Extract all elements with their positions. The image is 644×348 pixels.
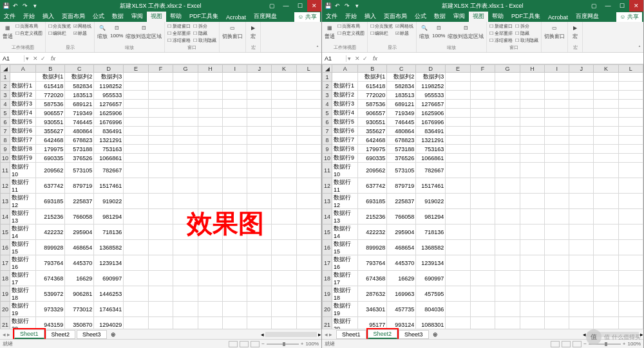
cell[interactable]	[247, 224, 272, 240]
cell[interactable]	[173, 302, 198, 317]
cell[interactable]	[198, 317, 223, 329]
cell[interactable]	[173, 255, 198, 271]
cell[interactable]	[124, 255, 148, 271]
cell[interactable]: 746445	[387, 118, 416, 127]
cell[interactable]	[594, 194, 618, 209]
cell[interactable]: 215236	[36, 209, 65, 224]
cell[interactable]: 数据行6	[10, 127, 36, 136]
zoom-button[interactable]: 🔍缩放	[419, 23, 430, 40]
row-header[interactable]: 12	[323, 178, 332, 194]
tab-公式[interactable]: 公式	[411, 11, 430, 22]
cell[interactable]: 719349	[65, 109, 94, 118]
cell[interactable]	[594, 163, 618, 178]
cell[interactable]: 690335	[36, 154, 65, 163]
cell[interactable]	[272, 136, 296, 145]
cell[interactable]: 793764	[358, 255, 387, 271]
cell[interactable]	[124, 178, 148, 194]
window-opt[interactable]: ☐ 冻结窗格	[489, 37, 513, 44]
cell[interactable]	[247, 163, 272, 178]
cell[interactable]	[247, 100, 272, 109]
cell[interactable]	[545, 73, 569, 82]
cell[interactable]	[296, 178, 321, 194]
cell[interactable]	[272, 109, 296, 118]
cell[interactable]	[618, 286, 643, 302]
cell[interactable]	[173, 91, 198, 100]
cell[interactable]: 179975	[36, 145, 65, 154]
cell[interactable]	[470, 240, 495, 255]
cell[interactable]	[223, 91, 247, 100]
show-opt[interactable]: 编辑栏	[48, 30, 71, 37]
cell[interactable]: 836491	[416, 127, 446, 136]
window-opt[interactable]: ☐ 拆分	[193, 23, 216, 30]
cell[interactable]	[247, 286, 272, 302]
cell[interactable]	[520, 271, 545, 286]
cell[interactable]	[296, 224, 321, 240]
cell[interactable]	[272, 91, 296, 100]
cell[interactable]	[495, 194, 520, 209]
cell[interactable]	[618, 82, 643, 91]
cell[interactable]	[545, 271, 569, 286]
cell[interactable]: 930551	[36, 118, 65, 127]
macros-button[interactable]: ▶宏	[571, 23, 580, 40]
cell[interactable]	[148, 286, 173, 302]
tab-百度网盘[interactable]: 百度网盘	[250, 11, 281, 22]
cell[interactable]: 数据列2	[387, 73, 416, 82]
redo-icon[interactable]: ↷	[343, 2, 351, 10]
cell[interactable]	[223, 127, 247, 136]
col-header-J[interactable]: J	[247, 65, 272, 73]
cell[interactable]: 295904	[387, 224, 416, 240]
cell[interactable]: 1517461	[94, 178, 124, 194]
cell[interactable]: 573188	[387, 145, 416, 154]
col-header-K[interactable]: K	[594, 65, 618, 73]
row-header[interactable]: 16	[1, 240, 10, 255]
cell[interactable]: 674368	[358, 271, 387, 286]
tab-帮助[interactable]: 帮助	[166, 11, 185, 22]
fx-icon[interactable]: fx	[48, 55, 58, 62]
view-opt[interactable]: 自定义视图	[337, 30, 365, 37]
cell[interactable]: 183513	[387, 91, 416, 100]
cell[interactable]	[594, 178, 618, 194]
cell[interactable]	[10, 73, 36, 82]
cell[interactable]: 1276657	[416, 100, 446, 109]
cell[interactable]: 782667	[416, 163, 446, 178]
cell[interactable]	[618, 100, 643, 109]
tab-视图[interactable]: 视图	[147, 11, 166, 22]
select-all[interactable]: ◢	[1, 65, 10, 73]
row-header[interactable]: 16	[323, 240, 332, 255]
show-opt[interactable]: 编辑栏	[370, 30, 393, 37]
cell[interactable]	[594, 271, 618, 286]
minimize-icon[interactable]: —	[279, 0, 293, 12]
cell[interactable]	[223, 178, 247, 194]
cell[interactable]: 753163	[94, 145, 124, 154]
cell[interactable]	[198, 118, 223, 127]
cell[interactable]: 804036	[416, 302, 446, 317]
cell[interactable]	[124, 91, 148, 100]
cell[interactable]	[470, 91, 495, 100]
enter-fx-icon[interactable]: ✓	[41, 55, 46, 62]
cell[interactable]	[173, 194, 198, 209]
cell[interactable]	[446, 255, 470, 271]
cell[interactable]: 数据行12	[332, 194, 358, 209]
cell[interactable]: 376526	[387, 154, 416, 163]
cell[interactable]	[495, 118, 520, 127]
cell[interactable]	[545, 286, 569, 302]
cell[interactable]: 数据行20	[10, 317, 36, 329]
cell[interactable]	[198, 91, 223, 100]
cell[interactable]: 899928	[358, 240, 387, 255]
cell[interactable]: 772020	[358, 91, 387, 100]
cell[interactable]: 539972	[36, 286, 65, 302]
share-button[interactable]: ☺ 共享	[294, 12, 320, 22]
cell[interactable]	[272, 127, 296, 136]
cell[interactable]	[247, 209, 272, 224]
cell[interactable]	[272, 100, 296, 109]
cell[interactable]	[198, 82, 223, 91]
cell[interactable]	[223, 271, 247, 286]
cell[interactable]: 746445	[65, 118, 94, 127]
cell[interactable]	[618, 209, 643, 224]
cell[interactable]	[520, 118, 545, 127]
cell[interactable]	[148, 82, 173, 91]
row-header[interactable]: 21	[1, 317, 10, 329]
cell[interactable]	[148, 224, 173, 240]
minimize-icon[interactable]: —	[601, 0, 615, 12]
cell[interactable]: 数据行7	[10, 136, 36, 145]
